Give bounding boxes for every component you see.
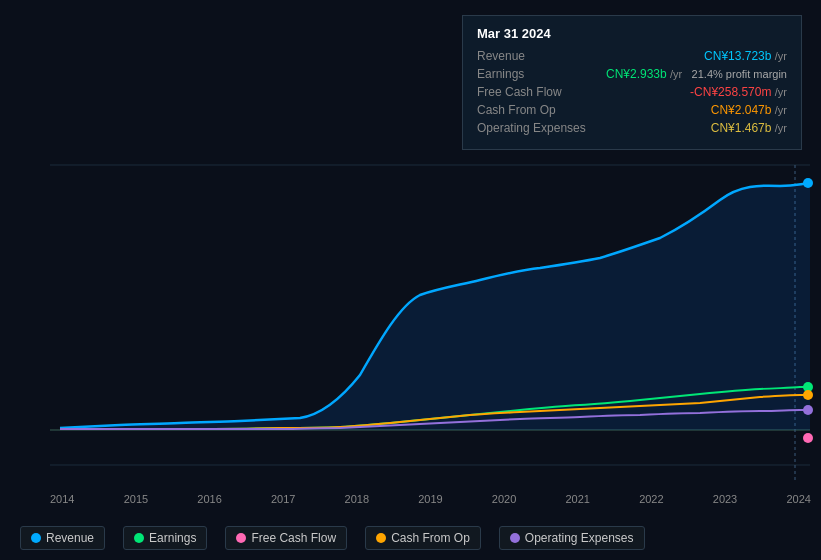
tooltip-value-revenue: CN¥13.723b /yr [704,49,787,63]
x-label-2018: 2018 [345,493,369,505]
tooltip-label-earnings: Earnings [477,67,597,81]
tooltip-label-cashop: Cash From Op [477,103,597,117]
chart-legend: Revenue Earnings Free Cash Flow Cash Fro… [20,526,645,550]
tooltip-date: Mar 31 2024 [477,26,787,41]
x-label-2024: 2024 [786,493,810,505]
legend-label-earnings: Earnings [149,531,196,545]
legend-dot-fcf [236,533,246,543]
legend-item-cashop[interactable]: Cash From Op [365,526,481,550]
legend-dot-earnings [134,533,144,543]
svg-point-8 [803,390,813,400]
x-label-2016: 2016 [197,493,221,505]
legend-item-revenue[interactable]: Revenue [20,526,105,550]
legend-dot-cashop [376,533,386,543]
tooltip-label-fcf: Free Cash Flow [477,85,597,99]
tooltip-row-cashop: Cash From Op CN¥2.047b /yr [477,103,787,117]
legend-dot-revenue [31,533,41,543]
legend-item-fcf[interactable]: Free Cash Flow [225,526,347,550]
tooltip-value-fcf: -CN¥258.570m /yr [690,85,787,99]
legend-label-cashop: Cash From Op [391,531,470,545]
legend-item-earnings[interactable]: Earnings [123,526,207,550]
legend-label-revenue: Revenue [46,531,94,545]
svg-point-9 [803,405,813,415]
x-label-2017: 2017 [271,493,295,505]
chart-container: Mar 31 2024 Revenue CN¥13.723b /yr Earni… [0,0,821,560]
x-label-2022: 2022 [639,493,663,505]
tooltip-row-opex: Operating Expenses CN¥1.467b /yr [477,121,787,135]
tooltip-row-fcf: Free Cash Flow -CN¥258.570m /yr [477,85,787,99]
x-label-2023: 2023 [713,493,737,505]
tooltip-box: Mar 31 2024 Revenue CN¥13.723b /yr Earni… [462,15,802,150]
tooltip-label-revenue: Revenue [477,49,597,63]
tooltip-value-cashop: CN¥2.047b /yr [711,103,787,117]
tooltip-value-earnings: CN¥2.933b /yr 21.4% profit margin [606,67,787,81]
tooltip-label-opex: Operating Expenses [477,121,597,135]
x-label-2015: 2015 [124,493,148,505]
svg-point-10 [803,433,813,443]
legend-item-opex[interactable]: Operating Expenses [499,526,645,550]
x-axis: 2014 2015 2016 2017 2018 2019 2020 2021 … [50,493,811,505]
svg-point-6 [803,178,813,188]
tooltip-row-revenue: Revenue CN¥13.723b /yr [477,49,787,63]
x-label-2019: 2019 [418,493,442,505]
legend-label-fcf: Free Cash Flow [251,531,336,545]
x-label-2014: 2014 [50,493,74,505]
tooltip-row-earnings: Earnings CN¥2.933b /yr 21.4% profit marg… [477,67,787,81]
legend-label-opex: Operating Expenses [525,531,634,545]
x-label-2021: 2021 [565,493,589,505]
tooltip-value-opex: CN¥1.467b /yr [711,121,787,135]
x-label-2020: 2020 [492,493,516,505]
legend-dot-opex [510,533,520,543]
